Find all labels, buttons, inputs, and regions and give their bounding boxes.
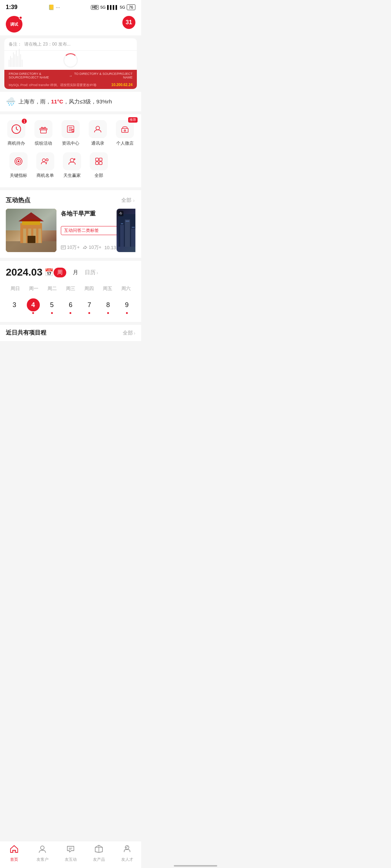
icon-zixun-circle [62,120,80,138]
weekday-5: 周五 [98,284,117,293]
icon-quanbu[interactable]: 全部 [86,152,112,179]
today-label: 今 [118,211,123,216]
hot-image [6,209,56,252]
cal-day-6-num: 6 [64,298,77,311]
svg-point-18 [46,159,48,161]
notification-bell[interactable]: 31 [122,16,135,29]
icon-zixun[interactable]: 资讯中心 [58,120,83,146]
cal-day-9-num: 9 [120,298,133,311]
tab-week[interactable]: 周 [54,268,66,277]
status-right: HD 5G ▌▌▌▌ 5G 76 [91,4,135,10]
cal-day-9[interactable]: 9 [118,296,135,316]
icon-quanbu-circle [90,152,108,170]
cal-day-8[interactable]: 8 [100,296,117,316]
cal-day-7-num: 7 [83,298,96,311]
svg-rect-35 [38,229,41,243]
weekday-1: 周一 [24,284,43,293]
icon-shangji-mingdan[interactable]: 商机名单 [33,152,58,179]
tab-dayview[interactable]: 日历 › [85,269,98,276]
transfer-text: MySQL Prod: cProd transfer 样例。请按照实际需要更改I… [9,83,97,88]
svg-point-19 [70,158,74,162]
upcoming-section: 近日共有项目程 全部 › [0,325,141,341]
grid-icon [94,156,104,166]
svg-rect-24 [99,162,102,165]
clock-icon [11,124,21,134]
cal-day-8-num: 8 [101,298,114,311]
icon-fenfen-huodong[interactable]: 缤纷活动 [31,120,56,146]
svg-point-13 [124,130,126,131]
avatar-button[interactable]: 调试 [6,16,22,33]
icon-shangji-daiban[interactable]: 1 商机待办 [4,120,29,146]
svg-rect-37 [61,246,66,249]
icon-quanbu-label: 全部 [94,173,103,179]
icon-shangji-daiban-circle: 1 [7,120,25,138]
tab-month[interactable]: 月 [69,268,82,277]
notice-text: 请在晚上 23：00 发布... [24,42,70,47]
svg-rect-21 [96,158,98,161]
upcoming-more[interactable]: 全部 › [123,330,135,336]
contacts-icon [93,124,103,134]
share-icon [83,245,88,250]
signal-5g-1: 5G [100,5,106,9]
svg-rect-44 [121,223,123,224]
svg-point-16 [18,161,20,162]
svg-line-2 [16,129,18,130]
calendar-year-month-container: 2024.03 📅 [6,267,54,278]
cal-day-7[interactable]: 7 [81,296,98,316]
banner-main [4,51,137,70]
banner-card[interactable]: 备注： 请在晚上 23：00 发布... FROM DIRECTORY & SO… [4,38,137,89]
icon-row-2: 关键指标 商机名单 天生赢家 [3,152,138,179]
svg-rect-46 [132,227,135,228]
cal-weekdays: 周日 周一 周二 周三 周四 周五 周六 [6,284,135,293]
weekday-3: 周三 [61,284,80,293]
hot-section-title: 互动热点 [6,196,30,204]
calendar-tabs: 周 月 日历 › [54,268,98,277]
icon-shangji-daiban-label: 商机待办 [8,140,25,146]
hot-image-svg [6,209,56,252]
icon-tongxunlu[interactable]: 通讯录 [85,120,110,146]
cal-day-3[interactable]: 3 [6,296,23,316]
icon-tiansheng[interactable]: 天生赢家 [59,152,85,179]
hot-section: 互动热点 全部 › [0,190,141,258]
group-icon [40,156,50,166]
weather-icon: 🌧️ [6,97,16,106]
cal-day-4[interactable]: 4 [25,296,42,316]
more-dots-status: ··· [56,4,60,10]
from-label: FROM DIRECTORY & SOURCE/PROJECT NAME [9,72,67,79]
icon-guanjian[interactable]: 关键指标 [6,152,31,179]
loading-arc [63,53,78,68]
svg-rect-45 [126,221,129,222]
calendar-icon: 📅 [45,268,54,277]
cal-dot-8 [107,312,109,314]
icon-row-1: 1 商机待办 缤纷活动 [3,120,138,146]
cal-day-4-num: 4 [27,298,40,311]
svg-rect-12 [122,128,128,132]
icon-fenfen-circle [34,120,52,138]
chevron-right-upcoming: › [134,330,135,336]
icon-weida-circle: 推荐 [116,120,134,138]
news-icon [66,124,76,134]
hot-section-more[interactable]: 全部 › [121,197,135,204]
cal-day-6[interactable]: 6 [62,296,79,316]
top-bar: 调试 31 [0,13,141,35]
hot-section-header: 互动热点 全部 › [6,196,135,204]
cal-day-5[interactable]: 5 [43,296,60,316]
hd-label: HD [91,5,99,10]
hot-side-image: 今 [117,209,135,252]
svg-point-20 [74,158,75,160]
signal-5g-2: 5G [120,5,125,9]
hot-card[interactable]: 各地干旱严重 互动问答二类标签 10万+ 10万+ 1 [6,209,135,252]
cal-day-3-num: 3 [8,298,21,311]
icon-tongxunlu-circle [89,120,107,138]
svg-rect-43 [131,229,135,247]
weekday-4: 周四 [80,284,98,293]
weather-text: 上海市，雨，11°C，风力≤3级，93%rh [18,98,112,105]
icon-guanjian-label: 关键指标 [10,173,27,179]
hot-stat-1: 10万+ [61,244,80,251]
cal-day-5-num: 5 [45,298,58,311]
icon-weida[interactable]: 推荐 个人微店 [112,120,138,146]
svg-rect-42 [125,220,130,247]
cal-dot-6 [70,312,71,314]
svg-rect-32 [23,229,26,243]
weekday-6: 周六 [117,284,135,293]
